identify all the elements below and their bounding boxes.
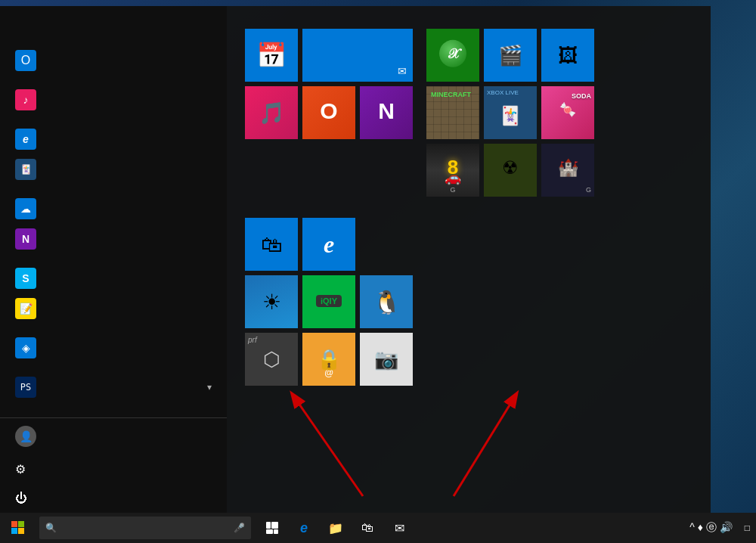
pf-tile[interactable]: ⬡ prf <box>245 333 298 386</box>
store-icon: 🛍 <box>261 232 282 257</box>
msc-tile[interactable]: XBOX LIVE 🃏 <box>484 86 537 139</box>
candy-crush-tile[interactable]: SODA 🍬 <box>541 86 594 139</box>
edge-browse-tile[interactable]: e <box>302 218 355 271</box>
sticky-notes-icon: 📝 <box>15 298 36 319</box>
tile-gap-3 <box>417 144 422 197</box>
start-menu: O ♪ e 🃏 ☁ <box>0 6 711 513</box>
get-office-tile[interactable]: O <box>302 86 355 139</box>
task-view-button[interactable] <box>257 513 287 543</box>
groove-music-icon: 🎵 <box>259 101 285 126</box>
empire-g-badge: G <box>586 186 591 194</box>
onenote-tile[interactable]: N <box>360 86 413 139</box>
app-item-onedrive[interactable]: ☁ <box>0 194 227 224</box>
cortana-icon: O <box>15 50 36 71</box>
calendar-icon: 📅 <box>256 41 287 70</box>
edge-tile-icon: e <box>324 231 334 259</box>
power-icon: ⏻ <box>15 492 27 505</box>
start-menu-left-panel: O ♪ e 🃏 ☁ <box>0 6 227 513</box>
app-item-groove[interactable]: ♪ <box>0 85 227 115</box>
section-s-label <box>0 254 227 263</box>
calendar-tile[interactable]: 📅 <box>245 29 298 82</box>
hamburger-button[interactable] <box>15 18 21 24</box>
app-item-skype[interactable]: S <box>0 263 227 293</box>
svg-rect-6 <box>266 529 273 534</box>
lock-icon: 🔒 <box>317 348 341 371</box>
lock-tile[interactable]: 🔒 @ <box>302 333 355 386</box>
onenote-icon: N <box>15 228 36 250</box>
movies-icon: 🎬 <box>498 44 522 67</box>
section-o-label <box>0 185 227 194</box>
view3d-icon: ◈ <box>15 337 36 358</box>
weather-tile[interactable]: ☀ <box>245 275 298 328</box>
fallout-icon: ☢ <box>502 157 519 178</box>
photos-tile[interactable]: 🖼 <box>541 29 594 82</box>
user-avatar: 👤 <box>15 426 36 447</box>
svg-rect-0 <box>11 521 17 527</box>
asphalt-car-icon: 🚗 <box>445 169 461 186</box>
taskbar-pinned-icons: e 📁 🛍 ✉ <box>257 513 414 543</box>
explorer-icon: 📁 <box>328 521 343 535</box>
groove-music-tile[interactable]: 🎵 <box>245 86 298 139</box>
svg-rect-5 <box>271 522 278 529</box>
photos-icon: 🖼 <box>558 44 578 67</box>
asphalt-tile[interactable]: 8 🚗 G <box>426 144 479 197</box>
empire-icon: 🏰 <box>558 158 578 178</box>
store-tile[interactable]: 🛍 <box>245 218 298 271</box>
edge-taskbar-button[interactable]: e <box>289 513 319 543</box>
user-button[interactable]: 👤 <box>0 418 227 455</box>
store-taskbar-icon: 🛍 <box>361 521 373 535</box>
asphalt-g-badge: G <box>450 186 455 194</box>
app-item-edge[interactable]: e <box>0 124 227 154</box>
app-item-view3d[interactable]: ◈ <box>0 333 227 363</box>
section-v-label <box>0 324 227 333</box>
start-menu-bottom: 👤 ⚙ ⏻ <box>0 417 227 513</box>
start-menu-top-bar <box>0 6 227 36</box>
minecraft-tile[interactable]: MINECRAFT <box>426 86 479 139</box>
candy-icon: 🍬 <box>559 101 576 118</box>
settings-icon: ⚙ <box>15 462 26 476</box>
task-view-icon <box>266 522 278 534</box>
app-item-msc[interactable]: 🃏 <box>0 154 227 185</box>
tile-spacer <box>245 144 413 197</box>
onedrive-icon: ☁ <box>15 198 36 219</box>
mail-tile[interactable]: ✉ <box>302 29 413 82</box>
xbox-logo: 𝒳 <box>439 40 466 67</box>
app-item-sticky[interactable]: 📝 <box>0 293 227 324</box>
iqiyi-tile[interactable]: iQIY <box>302 275 355 328</box>
settings-button[interactable]: ⚙ <box>0 455 227 484</box>
phototastic-tile[interactable]: 📷 <box>360 333 413 386</box>
fallout-tile[interactable]: ☢ <box>484 144 537 197</box>
taskbar: 🔍 🎤 e 📁 🛍 ✉ ^ ♦ ⓔ 🔊 <box>0 513 756 543</box>
tile-row-1: 📅 ✉ 𝒳 🎬 <box>245 29 692 82</box>
section-g-label <box>0 76 227 85</box>
power-button[interactable]: ⏻ <box>0 484 227 513</box>
office-icon: O <box>320 98 337 124</box>
app-item-onenote[interactable]: N <box>0 224 227 254</box>
svg-rect-2 <box>11 528 17 534</box>
empire-tile[interactable]: 🏰 G <box>541 144 594 197</box>
svg-rect-4 <box>266 522 271 529</box>
iqiyi-logo: iQIY <box>316 295 342 307</box>
app-list: O ♪ e 🃏 ☁ <box>0 36 227 417</box>
store-taskbar-button[interactable]: 🛍 <box>352 513 383 543</box>
mail-icon: ✉ <box>398 65 407 77</box>
notification-icon[interactable]: □ <box>745 523 750 533</box>
mail-taskbar-button[interactable]: ✉ <box>384 513 414 543</box>
app-item-powershell[interactable]: PS ▾ <box>0 372 227 402</box>
start-menu-tiles: 📅 ✉ 𝒳 🎬 <box>227 6 711 513</box>
app-item-cortana[interactable]: O <box>0 45 227 76</box>
explorer-taskbar-button[interactable]: 📁 <box>321 513 351 543</box>
start-button[interactable] <box>0 513 36 543</box>
taskbar-search-box[interactable]: 🔍 🎤 <box>39 517 251 539</box>
tile-row-4: 🛍 e <box>245 218 692 271</box>
msc-icon: 🃏 <box>15 159 36 180</box>
pf-icon: ⬡ <box>263 348 280 371</box>
minecraft-label: MINECRAFT <box>431 91 475 98</box>
xbox-tile[interactable]: 𝒳 <box>426 29 479 82</box>
section-c-label <box>0 36 227 45</box>
edge-app-icon: e <box>15 129 36 150</box>
qq-tile[interactable]: 🐧 <box>360 275 413 328</box>
movies-tile[interactable]: 🎬 <box>484 29 537 82</box>
xbox-live-badge: XBOX LIVE <box>487 89 534 96</box>
skype-icon: S <box>15 268 36 289</box>
